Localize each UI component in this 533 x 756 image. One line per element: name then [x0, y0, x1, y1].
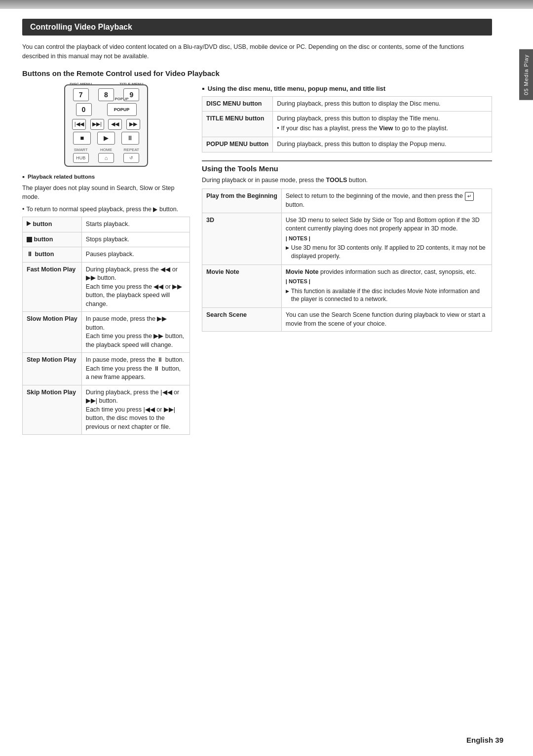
- table-row: Skip Motion Play During playback, press …: [23, 385, 190, 435]
- callout-playback: Playback related buttons: [22, 173, 190, 181]
- remote-repeat-icon: ↺: [123, 153, 139, 163]
- table-row: button Starts playback.: [23, 217, 190, 232]
- enter-icon: ↵: [465, 192, 474, 201]
- btn-desc: Pauses playback.: [81, 247, 190, 263]
- btn-label: button: [23, 217, 82, 232]
- remote-btn-7: DISC MENU 7: [73, 88, 89, 101]
- page-footer: English 39: [0, 736, 533, 744]
- disc-menu-header: Using the disc menu, title menu, popup m…: [202, 84, 492, 93]
- btn-desc: During playback, press the ◀◀ or ▶▶ butt…: [81, 262, 190, 312]
- remote-zero-row: 0 POPUP POPUP: [68, 103, 144, 116]
- tools-intro: During playback or in pause mode, press …: [202, 176, 492, 185]
- btn-label: button: [23, 232, 82, 247]
- title-note: If your disc has a playlist, press the V…: [277, 124, 488, 133]
- disc-menu-table: DISC MENU button During playback, press …: [202, 96, 492, 152]
- table-row: Search Scene You can use the Search Scen…: [202, 308, 492, 332]
- playback-note: The player does not play sound in Search…: [22, 184, 190, 202]
- section-header: Controlling Video Playback: [22, 19, 492, 36]
- remote-home-btn: HOME ⌂: [98, 148, 114, 163]
- remote-smart-hub-btn: SMART HUB: [73, 148, 89, 163]
- remote-transport-row: |◀◀ ▶▶| ◀◀ ▶▶: [68, 119, 144, 130]
- title-btn-label: TITLE MENU button: [202, 112, 273, 137]
- table-row: Play from the Beginning Select to return…: [202, 189, 492, 213]
- table-row: Slow Motion Play In pause mode, press th…: [23, 312, 190, 353]
- tools-label-3d: 3D: [202, 213, 282, 265]
- remote-hub-icon: HUB: [73, 153, 89, 163]
- note-item: This function is available if the disc i…: [286, 287, 488, 304]
- btn-desc: Stops playback.: [81, 232, 190, 247]
- intro-text: You can control the playback of video co…: [22, 42, 492, 61]
- tools-desc-3d: Use 3D menu to select Side by Side or To…: [281, 213, 492, 265]
- table-row: ⏸ button Pauses playback.: [23, 247, 190, 263]
- table-row: 3D Use 3D menu to select Side by Side or…: [202, 213, 492, 265]
- remote-btn-rewind: ◀◀: [108, 119, 122, 130]
- popup-btn-desc: During playback, press this button to di…: [273, 137, 492, 152]
- remote-btn-0: 0: [76, 103, 92, 116]
- remote-btn-play: ▶: [97, 132, 115, 145]
- top-decorative-bar: [0, 0, 533, 9]
- disc-menu-label: DISC MENU: [70, 82, 92, 86]
- tools-desc-play-beginning: Select to return to the beginning of the…: [281, 189, 492, 213]
- remote-btn-pause: ⏸: [121, 132, 139, 145]
- remote-control: DISC MENU 7 8 TITLE MENU 9: [64, 84, 148, 167]
- table-row: TITLE MENU button During playback, press…: [202, 112, 492, 137]
- remote-bottom-row: SMART HUB HOME ⌂ REPEAT ↺: [68, 148, 144, 163]
- btn-desc: Starts playback.: [81, 217, 190, 232]
- btn-label: Slow Motion Play: [23, 312, 82, 353]
- btn-label: ⏸ button: [23, 247, 82, 263]
- tools-desc-search-scene: You can use the Search Scene function du…: [281, 308, 492, 332]
- title-menu-label: TITLE MENU: [119, 82, 143, 86]
- btn-label: Fast Motion Play: [23, 262, 82, 312]
- table-row: button Stops playback.: [23, 232, 190, 247]
- tools-desc-movie-note: Movie Note provides information such as …: [281, 265, 492, 307]
- 3d-notes: | NOTES | Use 3D menu for 3D contents on…: [286, 235, 488, 261]
- tools-label-play-beginning: Play from the Beginning: [202, 189, 282, 213]
- buttons-table: button Starts playback. button Stops pla…: [22, 217, 190, 435]
- side-tab-chapter: 05 Media Play: [519, 49, 533, 100]
- remote-btn-8: 8: [98, 88, 114, 101]
- tools-table: Play from the Beginning Select to return…: [202, 189, 492, 332]
- table-row: Movie Note Movie Note provides informati…: [202, 265, 492, 307]
- disc-btn-desc: During playback, press this button to di…: [273, 96, 492, 112]
- remote-repeat-btn: REPEAT ↺: [123, 148, 139, 163]
- remote-btn-prev-chapter: |◀◀: [72, 119, 86, 130]
- table-row: Step Motion Play In pause mode, press th…: [23, 353, 190, 385]
- btn-desc: In pause mode, press the ⏸ button.Each t…: [81, 353, 190, 385]
- remote-btn-popup: POPUP POPUP: [107, 103, 137, 116]
- remote-home-icon: ⌂: [98, 153, 114, 163]
- table-row: POPUP MENU button During playback, press…: [202, 137, 492, 152]
- subsection-title: Buttons on the Remote Control used for V…: [22, 69, 492, 77]
- remote-num-row-789: DISC MENU 7 8 TITLE MENU 9: [68, 88, 144, 101]
- btn-label: Skip Motion Play: [23, 385, 82, 435]
- btn-desc: During playback, press the |◀◀ or ▶▶| bu…: [81, 385, 190, 435]
- movie-note-notes: | NOTES | This function is available if …: [286, 278, 488, 303]
- note-item: Use 3D menu for 3D contents only. If app…: [286, 244, 488, 261]
- remote-playback-row: ■ ▶ ⏸: [68, 132, 144, 145]
- disc-btn-label: DISC MENU button: [202, 96, 273, 112]
- playback-note2: To return to normal speed playback, pres…: [22, 206, 190, 213]
- btn-label: Step Motion Play: [23, 353, 82, 385]
- title-btn-desc: During playback, press this button to di…: [273, 112, 492, 137]
- table-row: DISC MENU button During playback, press …: [202, 96, 492, 112]
- remote-btn-forward: ▶▶: [126, 119, 140, 130]
- tools-label-search-scene: Search Scene: [202, 308, 282, 332]
- table-row: Fast Motion Play During playback, press …: [23, 262, 190, 312]
- page-number: English 39: [466, 736, 503, 744]
- remote-btn-stop: ■: [73, 132, 91, 145]
- tools-section-title: Using the Tools Menu: [202, 160, 492, 173]
- remote-btn-next-chapter: ▶▶|: [90, 119, 104, 130]
- popup-label: POPUP: [114, 97, 128, 101]
- remote-illustration: DISC MENU 7 8 TITLE MENU 9: [22, 84, 190, 167]
- popup-btn-label: POPUP MENU button: [202, 137, 273, 152]
- btn-desc: In pause mode, press the ▶▶ button.Each …: [81, 312, 190, 353]
- tools-label-movie-note: Movie Note: [202, 265, 282, 307]
